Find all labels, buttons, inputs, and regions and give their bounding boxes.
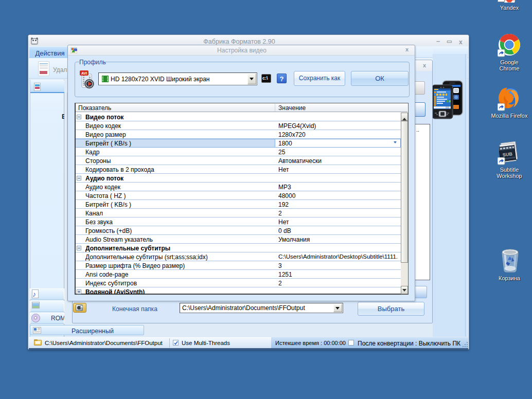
svg-text:AVI: AVI (81, 71, 87, 75)
